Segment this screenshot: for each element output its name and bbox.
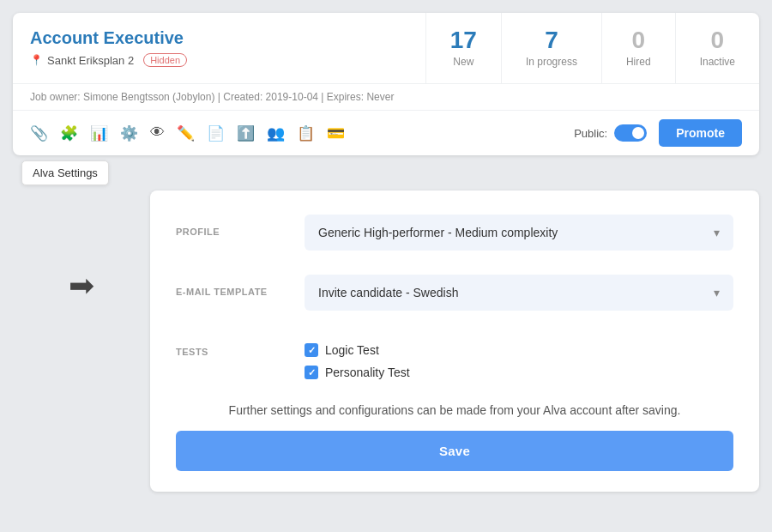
toolbar: 📎 🧩 📊 ⚙️ 👁 ✏️ 📄 ⬆️ 👥 📋 💳 Public: Promote — [13, 110, 759, 155]
email-template-label: E-MAIL TEMPLATE — [176, 275, 287, 297]
upload-icon[interactable]: ⬆️ — [237, 124, 255, 142]
test-logic: Logic Test — [305, 343, 733, 357]
promote-button[interactable]: Promote — [659, 119, 742, 147]
email-template-field-row: E-MAIL TEMPLATE Invite candidate - Swedi… — [176, 275, 733, 311]
chart-icon[interactable]: 📊 — [90, 124, 108, 142]
public-toggle-switch[interactable] — [614, 124, 647, 142]
stat-new-number: 17 — [450, 28, 477, 52]
meta-text: Job owner: Simone Bengtsson (Jobylon) | … — [30, 91, 394, 103]
alva-icon[interactable]: 🧩 — [60, 124, 78, 142]
stat-hired-label: Hired — [626, 56, 651, 68]
public-toggle: Public: — [574, 124, 647, 142]
email-template-chevron-icon: ▾ — [714, 286, 720, 299]
stats-area: 17 New 7 In progress 0 Hired 0 Inactive — [426, 13, 759, 83]
tests-label: TESTS — [176, 335, 287, 357]
paperclip-icon[interactable]: 📎 — [30, 124, 48, 142]
profile-value: Generic High-performer - Medium complexi… — [318, 226, 558, 239]
profile-dropdown[interactable]: Generic High-performer - Medium complexi… — [305, 215, 733, 251]
arrow-area: ➡ — [13, 190, 150, 304]
stat-hired-number: 0 — [626, 28, 651, 52]
hidden-badge: Hidden — [143, 53, 187, 67]
stat-inactive-label: Inactive — [700, 56, 735, 68]
tests-control: Logic Test Personality Test — [305, 335, 733, 379]
stat-inprogress: 7 In progress — [502, 13, 602, 83]
job-location: 📍 Sankt Eriksplan 2 Hidden — [30, 53, 408, 67]
email-template-dropdown[interactable]: Invite candidate - Swedish ▾ — [305, 275, 733, 311]
test-personality: Personality Test — [305, 366, 733, 379]
job-title: Account Executive — [30, 28, 408, 48]
meta-bar: Job owner: Simone Bengtsson (Jobylon) | … — [13, 83, 759, 110]
alva-tooltip: Alva Settings — [13, 160, 759, 185]
eye-icon[interactable]: 👁 — [150, 124, 165, 142]
profile-control: Generic High-performer - Medium complexi… — [305, 215, 733, 251]
personality-test-checkbox[interactable] — [305, 366, 318, 379]
stat-inactive-number: 0 — [700, 28, 735, 52]
tablet-icon[interactable]: 📄 — [207, 124, 225, 142]
alva-tooltip-box: Alva Settings — [21, 160, 109, 185]
arrow-right-icon: ➡ — [69, 268, 94, 304]
card-icon[interactable]: 💳 — [327, 124, 345, 142]
profile-field-row: PROFILE Generic High-performer - Medium … — [176, 215, 733, 251]
top-card-header: Account Executive 📍 Sankt Eriksplan 2 Hi… — [13, 13, 759, 83]
stat-inprogress-label: In progress — [526, 56, 577, 68]
logic-test-label: Logic Test — [325, 343, 379, 357]
main-content: ➡ PROFILE Generic High-performer - Mediu… — [13, 190, 759, 492]
edit-icon[interactable]: ✏️ — [177, 124, 195, 142]
email-template-control: Invite candidate - Swedish ▾ — [305, 275, 733, 311]
job-info: Account Executive 📍 Sankt Eriksplan 2 Hi… — [13, 13, 426, 83]
top-card: Account Executive 📍 Sankt Eriksplan 2 Hi… — [13, 13, 759, 155]
stat-new: 17 New — [426, 13, 502, 83]
stat-inprogress-number: 7 — [526, 28, 577, 52]
settings-panel: PROFILE Generic High-performer - Medium … — [150, 190, 759, 492]
email-template-value: Invite candidate - Swedish — [318, 286, 458, 299]
save-button[interactable]: Save — [176, 431, 733, 471]
stat-hired: 0 Hired — [602, 13, 676, 83]
tests-field-row: TESTS Logic Test Personality Test — [176, 335, 733, 379]
location-text: Sankt Eriksplan 2 — [47, 54, 134, 67]
logic-test-checkbox[interactable] — [305, 343, 318, 357]
settings-icon[interactable]: ⚙️ — [120, 124, 138, 142]
users-icon[interactable]: 👥 — [267, 124, 285, 142]
info-text: Further settings and configurations can … — [176, 403, 733, 417]
location-icon: 📍 — [30, 54, 43, 66]
profile-label: PROFILE — [176, 215, 287, 237]
stat-new-label: New — [450, 56, 477, 68]
public-label: Public: — [574, 127, 607, 140]
personality-test-label: Personality Test — [325, 366, 410, 379]
list-icon[interactable]: 📋 — [297, 124, 315, 142]
stat-inactive: 0 Inactive — [676, 13, 759, 83]
profile-chevron-icon: ▾ — [714, 226, 720, 239]
tests-list: Logic Test Personality Test — [305, 335, 733, 379]
page-wrapper: Account Executive 📍 Sankt Eriksplan 2 Hi… — [13, 13, 759, 492]
